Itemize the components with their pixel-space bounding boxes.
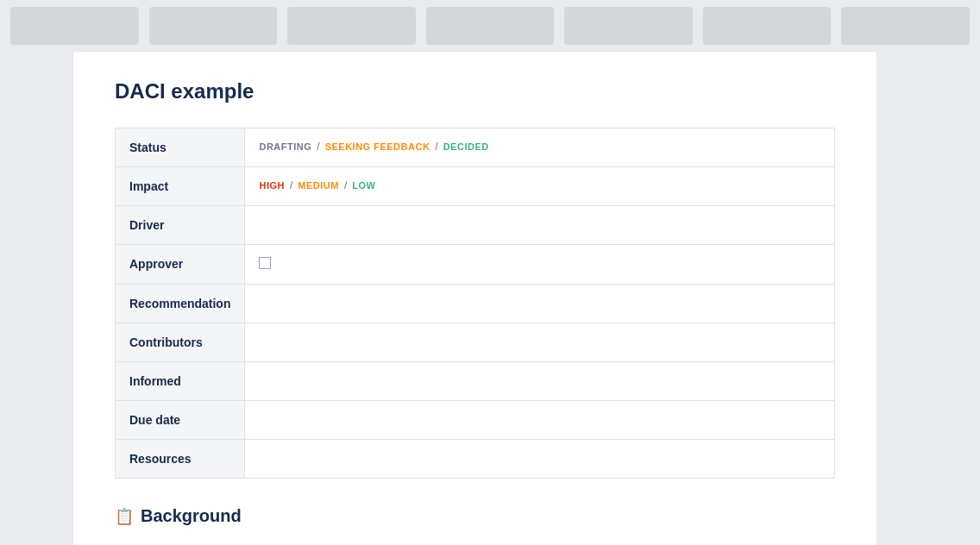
table-row-impact: Impact HIGH / MEDIUM / LOW <box>116 167 835 206</box>
approver-checkbox[interactable] <box>259 257 271 269</box>
page-wrapper: DACI example Status DRAFTING / SEEKING F… <box>0 52 980 545</box>
background-label: Background <box>141 506 242 526</box>
value-contributors[interactable] <box>245 323 835 362</box>
label-approver: Approver <box>116 245 245 285</box>
table-row-informed: Informed <box>116 362 835 401</box>
label-due-date: Due date <box>116 401 245 440</box>
status-seeking-feedback[interactable]: SEEKING FEEDBACK <box>325 141 430 152</box>
nav-item-3[interactable] <box>287 7 416 45</box>
main-content: DACI example Status DRAFTING / SEEKING F… <box>73 52 876 545</box>
nav-item-4[interactable] <box>426 7 555 45</box>
table-row-due-date: Due date <box>116 401 835 440</box>
impact-low[interactable]: LOW <box>352 180 375 191</box>
label-driver: Driver <box>116 206 245 245</box>
label-contributors: Contributors <box>116 323 245 362</box>
nav-item-6[interactable] <box>703 7 832 45</box>
section-background: 📋 Background <box>115 506 835 526</box>
value-resources[interactable] <box>245 440 835 479</box>
daci-table: Status DRAFTING / SEEKING FEEDBACK / DEC… <box>115 128 835 479</box>
label-informed: Informed <box>116 362 245 401</box>
status-options: DRAFTING / SEEKING FEEDBACK / DECIDED <box>259 141 820 153</box>
label-impact: Impact <box>116 167 245 206</box>
value-impact: HIGH / MEDIUM / LOW <box>245 167 835 206</box>
impact-high[interactable]: HIGH <box>259 180 285 191</box>
separator-2: / <box>435 141 437 153</box>
nav-item-1[interactable] <box>10 7 139 45</box>
value-due-date[interactable] <box>245 401 835 440</box>
right-sidebar <box>876 52 945 545</box>
nav-item-7[interactable] <box>841 7 970 45</box>
background-icon: 📋 <box>115 507 134 526</box>
nav-item-5[interactable] <box>564 7 693 45</box>
top-nav <box>0 0 980 52</box>
separator-1: / <box>317 141 319 153</box>
table-row-status: Status DRAFTING / SEEKING FEEDBACK / DEC… <box>116 128 835 167</box>
table-row-resources: Resources <box>116 440 835 479</box>
value-driver[interactable] <box>245 206 835 245</box>
impact-separator-2: / <box>344 179 347 191</box>
label-recommendation: Recommendation <box>116 285 245 323</box>
label-resources: Resources <box>116 440 245 479</box>
table-row-approver: Approver <box>116 245 835 285</box>
table-row-driver: Driver <box>116 206 835 245</box>
value-informed[interactable] <box>245 362 835 401</box>
impact-medium[interactable]: MEDIUM <box>298 180 339 191</box>
table-row-contributors: Contributors <box>116 323 835 362</box>
value-status: DRAFTING / SEEKING FEEDBACK / DECIDED <box>245 128 835 167</box>
impact-options: HIGH / MEDIUM / LOW <box>259 179 820 191</box>
value-recommendation[interactable] <box>245 285 835 323</box>
status-decided[interactable]: DECIDED <box>443 141 489 152</box>
impact-separator-1: / <box>290 179 292 191</box>
status-drafting[interactable]: DRAFTING <box>259 141 311 152</box>
left-sidebar <box>35 52 73 545</box>
value-approver <box>245 245 835 285</box>
nav-item-2[interactable] <box>149 7 278 45</box>
table-row-recommendation: Recommendation <box>116 285 835 323</box>
label-status: Status <box>116 128 245 167</box>
page-title: DACI example <box>115 79 835 103</box>
